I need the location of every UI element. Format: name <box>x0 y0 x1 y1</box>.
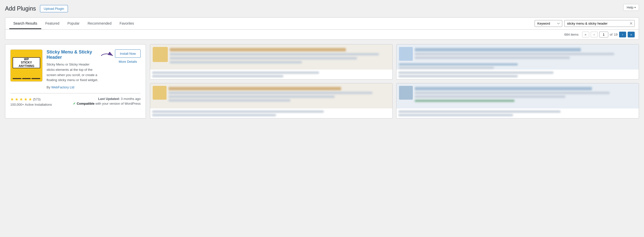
pagination-prev-button[interactable]: ‹ <box>591 32 598 37</box>
plugins-grid <box>150 44 639 118</box>
active-installs: 100,000+ Active Installations <box>10 103 52 106</box>
last-updated-value: 3 months ago <box>121 97 141 101</box>
pagination-of-label: of <box>610 33 613 36</box>
tab-recommended[interactable]: Recommended <box>84 18 115 29</box>
author-link[interactable]: WebFactory Ltd <box>51 85 74 89</box>
grid-plugin-card-1 <box>150 44 393 80</box>
pagination-first-button[interactable]: « <box>582 32 589 37</box>
footer-right: Last Updated: 3 months ago ✓ Compatible … <box>73 97 141 105</box>
pagination-last-button[interactable]: » <box>628 32 635 37</box>
keyword-select[interactable]: Keyword <box>535 20 562 27</box>
help-button[interactable]: Help ▾ <box>623 4 639 11</box>
tab-favorites[interactable]: Favorites <box>115 18 138 29</box>
star-1: ★ <box>10 97 14 102</box>
star-half: ★ <box>28 97 32 102</box>
tab-featured[interactable]: Featured <box>41 18 63 29</box>
author-prefix: By <box>47 85 50 89</box>
pagination-count: 684 items <box>564 33 578 36</box>
card1-top <box>150 44 392 70</box>
pagination-next-button[interactable]: › <box>619 32 626 37</box>
rating-count: (573) <box>33 97 41 101</box>
star-4: ★ <box>24 97 27 102</box>
rating-section: ★ ★ ★ ★ ★ (573) 100,000+ Active Installa… <box>10 97 52 106</box>
pagination-page-input[interactable] <box>599 32 608 37</box>
grid-plugin-card-2 <box>396 44 639 80</box>
grid-plugin-card-3 <box>150 83 393 118</box>
compatible-label: Compatible <box>77 102 95 105</box>
tabs-left: Search Results Featured Popular Recommen… <box>9 18 138 29</box>
last-updated-label: Last Updated: <box>98 97 120 101</box>
page-header: Add Plugins Upload Plugin <box>5 5 639 12</box>
arrow-icon <box>100 52 115 60</box>
search-input-wrap: ✕ <box>564 20 635 27</box>
pagination-total-pages: 19 <box>614 33 618 36</box>
help-label: Help <box>627 6 633 9</box>
search-area: Keyword ✕ <box>535 18 635 29</box>
tab-card: Search Results Featured Popular Recommen… <box>5 17 639 40</box>
plugin-description: Sticky Menu or Sticky Header sticks elem… <box>47 62 98 83</box>
card2-top <box>396 44 639 70</box>
content-area: WPSTICKYANYTHING Sticky Menu & Sticky He… <box>5 44 639 118</box>
star-2: ★ <box>15 97 18 102</box>
tab-bar: Search Results Featured Popular Recommen… <box>5 18 639 30</box>
compatible: ✓ Compatible with your version of WordPr… <box>73 102 141 105</box>
page-title: Add Plugins <box>5 5 36 12</box>
plugin-info: Sticky Menu & Sticky Header Sticky Menu … <box>47 49 98 89</box>
install-now-button[interactable]: Install Now <box>115 49 141 58</box>
search-clear-button[interactable]: ✕ <box>629 22 633 26</box>
search-input[interactable] <box>564 20 635 27</box>
compatible-text: with your version of WordPress <box>95 102 141 105</box>
upload-plugin-button[interactable]: Upload Plugin <box>40 5 68 12</box>
grid-plugin-card-4 <box>396 83 639 118</box>
plugin-card-top: WPSTICKYANYTHING Sticky Menu & Sticky He… <box>10 49 141 89</box>
plugin-card-footer: ★ ★ ★ ★ ★ (573) 100,000+ Active Installa… <box>10 93 141 106</box>
more-details-link[interactable]: More Details <box>115 60 141 64</box>
last-updated: Last Updated: 3 months ago <box>73 97 141 101</box>
plugin-author: By WebFactory Ltd <box>47 85 98 89</box>
tab-popular[interactable]: Popular <box>63 18 84 29</box>
card3-top <box>150 83 392 108</box>
compatible-check-icon: ✓ <box>73 102 76 105</box>
tab-search-results[interactable]: Search Results <box>9 18 41 29</box>
stars-wrap: ★ ★ ★ ★ ★ (573) <box>10 97 52 102</box>
plugin-icon: WPSTICKYANYTHING <box>10 49 43 82</box>
chevron-down-icon: ▾ <box>634 6 636 9</box>
plugin-name: Sticky Menu & Sticky Header <box>47 49 98 60</box>
featured-plugin-card: WPSTICKYANYTHING Sticky Menu & Sticky He… <box>5 44 146 118</box>
star-3: ★ <box>19 97 23 102</box>
pagination-bar: 684 items « ‹ of 19 › » <box>5 30 639 39</box>
card4-top <box>396 83 639 108</box>
